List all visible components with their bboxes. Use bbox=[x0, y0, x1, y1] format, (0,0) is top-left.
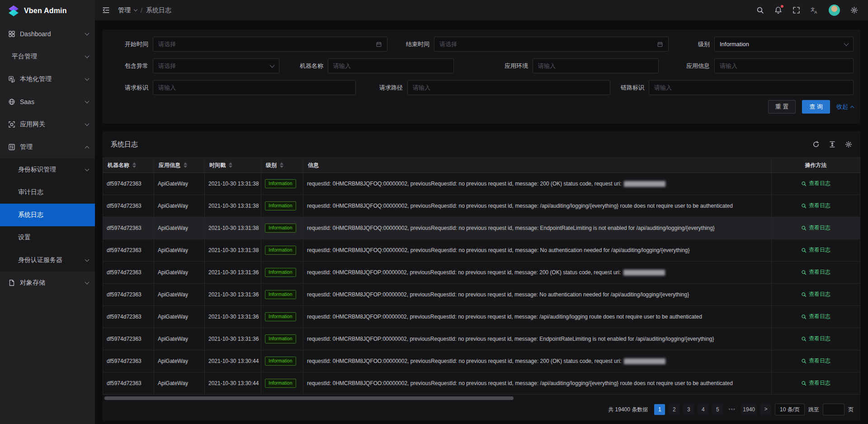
table-row[interactable]: df5974d72363 ApiGateWay 2021-10-30 13:30… bbox=[103, 350, 860, 372]
translate-icon[interactable]: 文A bbox=[811, 6, 818, 14]
page-size-select[interactable]: 10 条/页 bbox=[775, 404, 805, 415]
search-button[interactable]: 查 询 bbox=[802, 100, 830, 114]
filter-field-control[interactable]: 请输入 bbox=[649, 80, 854, 95]
sidebar-item[interactable]: Dashboard bbox=[0, 23, 95, 45]
filter-field-control[interactable]: Information bbox=[714, 37, 854, 52]
view-log-link[interactable]: 查看日志 bbox=[801, 357, 830, 365]
refresh-icon[interactable] bbox=[812, 141, 820, 148]
table-row[interactable]: df5974d72363 ApiGateWay 2021-10-30 13:31… bbox=[103, 173, 860, 195]
cell-message: requestId: 0HMCRBM8JQFOP:00000002, previ… bbox=[303, 306, 772, 328]
log-table: 机器名称 应用信息 时间戳 bbox=[103, 157, 860, 395]
view-log-link[interactable]: 查看日志 bbox=[801, 335, 830, 343]
view-log-link[interactable]: 查看日志 bbox=[801, 291, 830, 298]
sort-icon[interactable] bbox=[132, 162, 136, 168]
page-button[interactable]: 2 bbox=[669, 404, 679, 415]
row-height-icon[interactable] bbox=[829, 141, 836, 148]
sidebar-item[interactable]: 对象存储 bbox=[0, 272, 95, 294]
collapse-link[interactable]: 收起 bbox=[836, 103, 854, 111]
jump-suffix-label: 页 bbox=[848, 406, 854, 414]
next-page-button[interactable]: > bbox=[760, 404, 771, 415]
total-count: 共 19400 条数据 bbox=[608, 406, 648, 414]
filter-field-control[interactable]: 请输入 bbox=[153, 80, 356, 95]
column-header[interactable]: 级别 bbox=[261, 158, 303, 173]
cell-machine: df5974d72363 bbox=[103, 306, 154, 328]
table-row[interactable]: df5974d72363 ApiGateWay 2021-10-30 13:31… bbox=[103, 239, 860, 262]
logo[interactable]: Vben Admin bbox=[0, 0, 95, 22]
fullscreen-icon[interactable] bbox=[793, 6, 800, 14]
filter-field: 应用环境 请输入 bbox=[490, 58, 659, 73]
page-button[interactable]: 1 bbox=[654, 404, 665, 415]
column-header[interactable]: 机器名称 bbox=[103, 158, 154, 173]
view-log-link[interactable]: 查看日志 bbox=[801, 202, 830, 210]
pagination: 共 19400 条数据 12345•••1940 > 10 条/页 跳至 页 bbox=[608, 404, 854, 415]
reset-button[interactable]: 重 置 bbox=[768, 100, 796, 114]
sidebar-item[interactable]: 审计日志 bbox=[0, 181, 95, 204]
sidebar-item-label: 管理 bbox=[20, 143, 85, 151]
filter-field-control[interactable]: 请选择 bbox=[434, 37, 669, 52]
filter-field-control[interactable]: 请输入 bbox=[328, 58, 454, 73]
view-log-link[interactable]: 查看日志 bbox=[801, 246, 830, 254]
cell-timestamp: 2021-10-30 13:31:38 bbox=[205, 239, 261, 262]
filter-field: 链路标识 请输入 bbox=[606, 80, 854, 95]
sort-icon[interactable] bbox=[280, 162, 283, 168]
sidebar-item[interactable]: 平台管理 bbox=[0, 45, 95, 68]
table-row[interactable]: df5974d72363 ApiGateWay 2021-10-30 13:31… bbox=[103, 284, 860, 306]
scrollbar-thumb[interactable] bbox=[104, 396, 514, 400]
sort-icon[interactable] bbox=[184, 162, 187, 168]
column-header[interactable]: 信息 bbox=[303, 158, 772, 173]
view-log-link[interactable]: 查看日志 bbox=[801, 180, 830, 187]
filter-field-control[interactable]: 请输入 bbox=[533, 58, 659, 73]
settings-gear-icon[interactable] bbox=[850, 6, 858, 14]
table-row[interactable]: df5974d72363 ApiGateWay 2021-10-30 13:31… bbox=[103, 217, 860, 239]
sort-icon[interactable] bbox=[229, 162, 232, 168]
filter-field-control[interactable]: 请选择 bbox=[153, 37, 387, 52]
sidebar-item-label: 应用网关 bbox=[20, 120, 85, 129]
filter-field-control[interactable]: 请输入 bbox=[714, 58, 854, 73]
settings-gear-icon[interactable] bbox=[845, 141, 852, 148]
sidebar-item[interactable]: 本地化管理 bbox=[0, 68, 95, 91]
filter-field-value: 请选择 bbox=[439, 40, 657, 48]
saas-globe-icon bbox=[8, 98, 15, 105]
page-button[interactable]: ••• bbox=[726, 404, 737, 415]
page-button[interactable]: 5 bbox=[712, 404, 723, 415]
column-header[interactable]: 应用信息 bbox=[154, 158, 205, 173]
avatar[interactable] bbox=[829, 5, 840, 16]
page-button[interactable]: 4 bbox=[698, 404, 708, 415]
sidebar-item[interactable]: 管理 bbox=[0, 136, 95, 158]
sidebar-item[interactable]: 设置 bbox=[0, 226, 95, 249]
sidebar-item[interactable]: Saas bbox=[0, 91, 95, 113]
table-row[interactable]: df5974d72363 ApiGateWay 2021-10-30 13:31… bbox=[103, 306, 860, 328]
table-row[interactable]: df5974d72363 ApiGateWay 2021-10-30 13:31… bbox=[103, 262, 860, 284]
table-row[interactable]: df5974d72363 ApiGateWay 2021-10-30 13:31… bbox=[103, 195, 860, 217]
menu-fold-icon[interactable] bbox=[102, 6, 110, 14]
jump-page-input[interactable] bbox=[823, 404, 844, 415]
storage-file-icon bbox=[8, 279, 15, 286]
filter-field-value: 请输入 bbox=[413, 84, 605, 92]
column-header[interactable]: 时间戳 bbox=[205, 158, 261, 173]
view-log-link[interactable]: 查看日志 bbox=[801, 224, 830, 232]
view-log-link[interactable]: 查看日志 bbox=[801, 313, 830, 320]
filter-field-control[interactable]: 请输入 bbox=[407, 80, 610, 95]
table-row[interactable]: df5974d72363 ApiGateWay 2021-10-30 13:31… bbox=[103, 328, 860, 350]
sidebar-item[interactable]: 系统日志 bbox=[0, 204, 95, 226]
view-log-link[interactable]: 查看日志 bbox=[801, 268, 830, 276]
view-log-label: 查看日志 bbox=[809, 224, 830, 232]
search-icon[interactable] bbox=[756, 6, 764, 14]
sidebar-item[interactable]: 应用网关 bbox=[0, 113, 95, 136]
filter-field: 结束时间 请选择 bbox=[385, 37, 669, 52]
sidebar-item[interactable]: 身份标识管理 bbox=[0, 158, 95, 181]
column-header[interactable]: 操作方法 bbox=[772, 158, 860, 173]
page-button[interactable]: 1940 bbox=[741, 404, 757, 415]
view-log-link[interactable]: 查看日志 bbox=[801, 379, 830, 387]
table-row[interactable]: df5974d72363 ApiGateWay 2021-10-30 13:30… bbox=[103, 372, 860, 395]
column-label: 信息 bbox=[308, 162, 319, 169]
cell-machine: df5974d72363 bbox=[103, 350, 154, 372]
notification-bell-icon[interactable] bbox=[774, 6, 782, 14]
breadcrumb-root[interactable]: 管理 bbox=[118, 6, 131, 14]
sidebar-item-label: 平台管理 bbox=[12, 52, 85, 61]
page-button[interactable]: 3 bbox=[683, 404, 694, 415]
sidebar-item[interactable]: 身份认证服务器 bbox=[0, 249, 95, 272]
chevron-down-icon bbox=[134, 8, 137, 11]
message-text: requestId: 0HMCRBM8JQFOP:00000002, previ… bbox=[307, 291, 689, 298]
filter-field-control[interactable]: 请选择 bbox=[153, 58, 279, 73]
